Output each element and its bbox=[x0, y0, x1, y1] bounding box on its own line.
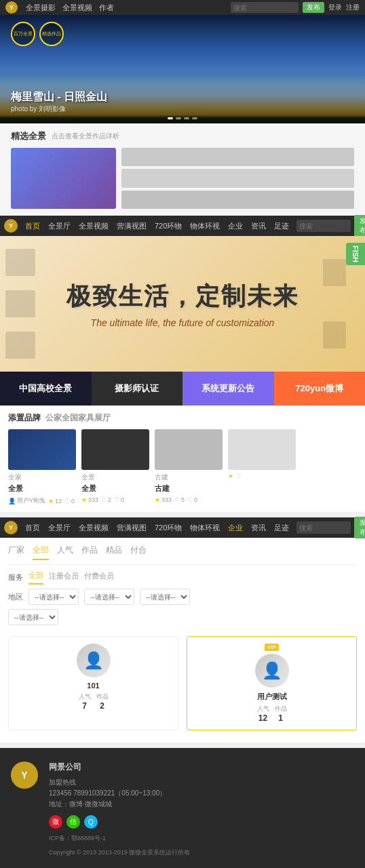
hero-awards: 百万全景 精选作品 bbox=[11, 22, 64, 46]
comp-works-value-1: 2 bbox=[96, 701, 109, 711]
award-badge-2: 精选作品 bbox=[39, 22, 64, 46]
filter-row-service: 服务 全部 注册会员 付费会员 bbox=[8, 570, 357, 585]
nav1-right: 发布 登录 注册 bbox=[231, 2, 360, 13]
product-card-4[interactable]: ★ ♡ bbox=[228, 429, 296, 505]
stat-user: 👤 用户Y刚兔 bbox=[8, 496, 45, 505]
company-card-1[interactable]: 👤 101 人气 7 作品 2 bbox=[8, 636, 178, 730]
filter-registered[interactable]: 注册会员 bbox=[49, 571, 79, 584]
products-brand: 添置品牌 bbox=[8, 413, 41, 422]
nav3-logo[interactable]: Y bbox=[4, 521, 18, 534]
filter-select-3[interactable]: --请选择-- bbox=[140, 589, 190, 605]
products-header: 添置品牌 公家全国家具展厅 bbox=[8, 412, 357, 424]
ent-tab-popular[interactable]: 人气 bbox=[57, 545, 73, 560]
nav1-publish-button[interactable]: 发布 bbox=[303, 2, 324, 13]
product-card-1[interactable]: 全家 全景 👤 用户Y刚兔 ★ 12 ♡ 0 bbox=[8, 429, 76, 505]
nav1-search-input[interactable] bbox=[231, 2, 299, 13]
nav1-photography[interactable]: 全景摄影 bbox=[26, 3, 56, 13]
nav1-login-button[interactable]: 登录 bbox=[328, 3, 342, 12]
product-img-4 bbox=[228, 429, 296, 470]
filter-label-service: 服务 bbox=[8, 572, 23, 583]
featured-thumb-2[interactable] bbox=[121, 169, 354, 187]
filter-select-2[interactable]: --请选择-- bbox=[84, 589, 134, 605]
product-name-3: 古建 bbox=[155, 484, 223, 494]
promo-item-r2 bbox=[323, 321, 346, 349]
ent-tab-all[interactable]: 全部 bbox=[33, 545, 49, 560]
product-card-3[interactable]: 古建 古建 ★ 333 ♡ 5 ♡ 0 bbox=[155, 429, 223, 505]
product-stats-1: 👤 用户Y刚兔 ★ 12 ♡ 0 bbox=[8, 496, 76, 505]
nav1-video[interactable]: 全景视频 bbox=[62, 3, 92, 13]
comp-stat-works-2: 作品 1 bbox=[275, 705, 287, 723]
qq-icon[interactable]: Q bbox=[84, 815, 98, 829]
filter-select-1[interactable]: --请选择-- bbox=[28, 589, 79, 605]
nav2-video[interactable]: 全景视频 bbox=[77, 220, 111, 233]
star-icon-1: ★ bbox=[48, 498, 54, 505]
user-icon: 👤 bbox=[8, 498, 16, 505]
featured-thumb-3[interactable] bbox=[121, 191, 354, 209]
action-university[interactable]: 中国高校全景 bbox=[0, 372, 92, 406]
hero-title: 梅里雪山 - 日照金山 bbox=[11, 90, 107, 104]
nav2-logo[interactable]: Y bbox=[4, 219, 18, 233]
enterprise-section: 厂家 全部 人气 作品 精品 付合 服务 全部 注册会员 付费会员 地区 --请… bbox=[0, 538, 365, 743]
action-weibo[interactable]: 720yun微博 bbox=[274, 372, 366, 406]
nav3-publish-button[interactable]: 发布 bbox=[354, 517, 365, 538]
promo-banner: FISH 极致生活，定制未来 The ultimate life, the fu… bbox=[0, 236, 365, 372]
nav2-search-input[interactable] bbox=[296, 220, 351, 232]
star-icon-3: ★ bbox=[155, 496, 160, 503]
nav3-yingman[interactable]: 营满视图 bbox=[115, 521, 149, 534]
weibo-icon[interactable]: 微 bbox=[49, 815, 62, 829]
nav2-enterprise[interactable]: 企业 bbox=[226, 220, 245, 233]
stat-views-3: ★ 333 bbox=[155, 496, 172, 503]
top-nav: Y 全景摄影 全景视频 作者 发布 登录 注册 bbox=[0, 0, 365, 15]
action-photographer[interactable]: 摄影师认证 bbox=[92, 372, 183, 406]
hero-dot-2[interactable] bbox=[176, 117, 181, 119]
featured-thumb-1[interactable] bbox=[121, 148, 354, 166]
heart-icon-1: ♡ bbox=[64, 498, 70, 505]
nav2-footprint[interactable]: 足迹 bbox=[272, 220, 291, 233]
featured-main-image[interactable] bbox=[11, 148, 116, 209]
heart-icon-2: ♡ bbox=[101, 496, 107, 503]
footer-copyright: Copyright © 2013 2013-2019 微微全景系统运行所有 bbox=[49, 848, 354, 857]
nav3-video[interactable]: 全景视频 bbox=[77, 521, 111, 534]
nav3-home[interactable]: 首页 bbox=[23, 521, 42, 534]
stat-likes-3: ♡ 5 bbox=[174, 496, 185, 503]
featured-section: 精选全景 点击查看全景作品详析 bbox=[0, 123, 365, 216]
site-logo[interactable]: Y bbox=[5, 1, 18, 14]
nav2-yingman[interactable]: 营满视图 bbox=[115, 220, 149, 233]
filter-paid[interactable]: 付费会员 bbox=[84, 571, 114, 584]
comp-stat-popularity-2: 人气 12 bbox=[257, 705, 269, 723]
nav1-author[interactable]: 作者 bbox=[99, 3, 114, 13]
nav2-home[interactable]: 首页 bbox=[23, 220, 42, 233]
ent-tab-works[interactable]: 作品 bbox=[81, 545, 98, 560]
action-announcement[interactable]: 系统更新公告 bbox=[182, 372, 274, 406]
hero-dot-4[interactable] bbox=[192, 117, 197, 119]
nav2-gallery[interactable]: 全景厅 bbox=[46, 220, 73, 233]
nav3-search-input[interactable] bbox=[296, 521, 351, 534]
nav2-object[interactable]: 物体环视 bbox=[188, 220, 222, 233]
nav2-publish-button[interactable]: 发布 bbox=[354, 215, 365, 237]
nav3-enterprise[interactable]: 企业 bbox=[226, 521, 245, 534]
ent-tab-manufacturer[interactable]: 厂家 bbox=[8, 545, 24, 560]
heart-icon-4: ♡ bbox=[236, 473, 242, 479]
nav3-object[interactable]: 物体环视 bbox=[188, 521, 222, 534]
nav2-news[interactable]: 资讯 bbox=[249, 220, 268, 233]
nav3-footprint[interactable]: 足迹 bbox=[272, 521, 291, 534]
star-icon-4: ★ bbox=[228, 473, 233, 479]
hero-dots[interactable] bbox=[168, 117, 197, 119]
wechat-icon[interactable]: 信 bbox=[66, 815, 80, 829]
comp-popularity-value-1: 7 bbox=[79, 701, 91, 711]
filter-select-4[interactable]: --请选择-- bbox=[8, 609, 58, 625]
ent-tab-partner[interactable]: 付合 bbox=[130, 545, 147, 560]
nav1-register-button[interactable]: 注册 bbox=[346, 3, 360, 12]
hero-dot-1[interactable] bbox=[168, 117, 173, 119]
nav3-gallery[interactable]: 全景厅 bbox=[46, 521, 73, 534]
filter-all-members[interactable]: 全部 bbox=[28, 570, 43, 585]
footer: Y 网景公司 加盟热线 123456 78991039221（05:00~13:… bbox=[0, 748, 365, 868]
nav3-720[interactable]: 720环物 bbox=[153, 521, 184, 534]
ent-tab-featured[interactable]: 精品 bbox=[106, 545, 122, 560]
company-card-2[interactable]: VIP 👤 用户测试 人气 12 作品 1 bbox=[187, 636, 357, 730]
avatar-person-icon-2: 👤 bbox=[262, 661, 282, 680]
hero-dot-3[interactable] bbox=[184, 117, 189, 119]
nav3-news[interactable]: 资讯 bbox=[249, 521, 268, 534]
nav2-720[interactable]: 720环物 bbox=[153, 220, 184, 233]
product-card-2[interactable]: 全景 全景 ★ 333 ♡ 2 ♡ 0 bbox=[81, 429, 149, 505]
